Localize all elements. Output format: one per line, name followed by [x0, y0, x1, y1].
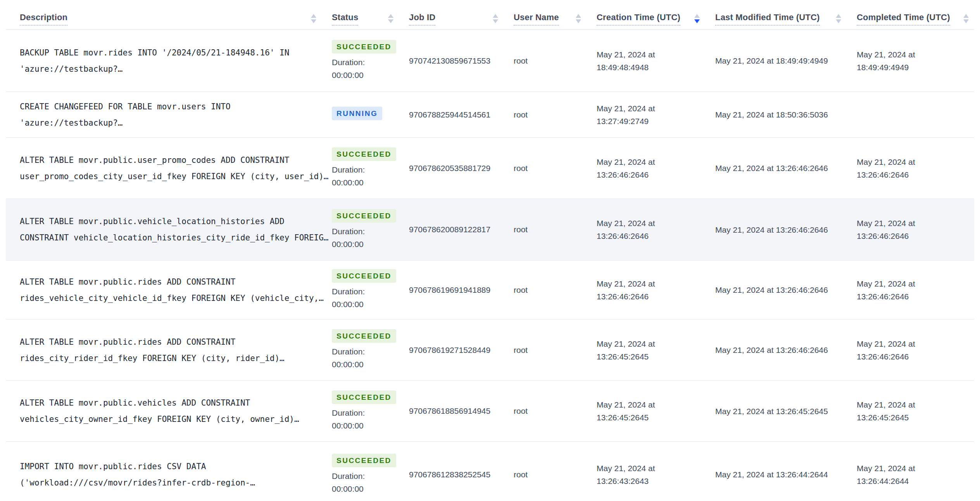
description-line: ('workload:///csv/movr/rides?infer-crdb-…	[20, 475, 255, 491]
cell-status: SUCCEEDEDDuration:00:00:00	[332, 138, 409, 199]
sort-icon	[694, 14, 700, 23]
table-row[interactable]: ALTER TABLE movr.public.user_promo_codes…	[6, 138, 974, 199]
sort-down-arrow-icon	[388, 19, 393, 23]
creation-time-line: 13:27:49:2749	[597, 115, 649, 128]
sort-icon	[836, 14, 841, 23]
cell-description[interactable]: ALTER TABLE movr.public.vehicles ADD CON…	[6, 381, 332, 441]
duration-value: 00:00:00	[332, 482, 364, 495]
creation-time-line: 13:26:46:2646	[597, 290, 649, 303]
cell-last-modified-time: May 21, 2024 at 13:26:46:2646	[715, 138, 857, 199]
completed-time-line: 13:26:44:2644	[857, 475, 909, 487]
cell-job-id: 970678825944514561	[409, 92, 514, 137]
completed-time-line: 13:26:46:2646	[857, 168, 909, 181]
table-row[interactable]: CREATE CHANGEFEED FOR TABLE movr.users I…	[6, 92, 974, 138]
completed-time-line: 13:26:46:2646	[857, 230, 909, 242]
description-line: vehicles_city_owner_id_fkey FOREIGN KEY …	[20, 411, 299, 427]
cell-completed-time: May 21, 2024 at13:26:44:2644	[857, 442, 974, 501]
cell-description[interactable]: IMPORT INTO movr.public.rides CSV DATA('…	[6, 442, 332, 501]
completed-time-line: 18:49:49:4949	[857, 61, 909, 74]
table-row[interactable]: ALTER TABLE movr.public.vehicle_location…	[6, 199, 974, 261]
cell-creation-time: May 21, 2024 at13:26:45:2645	[597, 381, 715, 441]
sort-icon	[576, 14, 581, 23]
table-row[interactable]: BACKUP TABLE movr.rides INTO '/2024/05/2…	[6, 30, 974, 92]
creation-time-line: 18:49:48:4948	[597, 61, 649, 74]
table-row[interactable]: ALTER TABLE movr.public.rides ADD CONSTR…	[6, 261, 974, 320]
description-line: ALTER TABLE movr.public.vehicle_location…	[20, 213, 285, 230]
duration-value: 00:00:00	[332, 419, 364, 432]
cell-last-modified-time: May 21, 2024 at 18:49:49:4949	[715, 30, 857, 92]
sort-up-arrow-icon	[836, 14, 841, 18]
cell-completed-time	[857, 92, 974, 137]
description-line: ALTER TABLE movr.public.user_promo_codes…	[20, 152, 289, 168]
sort-down-arrow-icon	[694, 19, 700, 23]
sort-down-arrow-icon	[311, 19, 316, 23]
cell-description[interactable]: ALTER TABLE movr.public.user_promo_codes…	[6, 138, 332, 199]
cell-description[interactable]: ALTER TABLE movr.public.vehicle_location…	[6, 199, 332, 260]
completed-time-line: May 21, 2024 at	[857, 277, 915, 290]
creation-time-line: 13:26:45:2645	[597, 350, 649, 363]
cell-creation-time: May 21, 2024 at13:26:45:2645	[597, 320, 715, 380]
last-modified-time: May 21, 2024 at 18:50:36:5036	[715, 108, 828, 121]
cell-last-modified-time: May 21, 2024 at 13:26:46:2646	[715, 199, 857, 260]
table-row[interactable]: ALTER TABLE movr.public.vehicles ADD CON…	[6, 381, 974, 442]
column-header-completed-time-utc[interactable]: Completed Time (UTC)	[857, 0, 974, 29]
column-header-last-modified-time-utc[interactable]: Last Modified Time (UTC)	[715, 0, 857, 29]
column-label: Completed Time (UTC)	[857, 13, 950, 26]
cell-description[interactable]: CREATE CHANGEFEED FOR TABLE movr.users I…	[6, 92, 332, 137]
sort-icon	[963, 14, 969, 23]
column-header-description[interactable]: Description	[6, 0, 332, 29]
status-badge: SUCCEEDED	[332, 40, 396, 54]
column-header-user-name[interactable]: User Name	[514, 0, 597, 29]
sort-up-arrow-icon	[963, 14, 969, 18]
duration-value: 00:00:00	[332, 298, 364, 311]
cell-user-name: root	[514, 261, 597, 319]
cell-description[interactable]: ALTER TABLE movr.public.rides ADD CONSTR…	[6, 261, 332, 319]
description-line: ALTER TABLE movr.public.vehicles ADD CON…	[20, 395, 250, 411]
completed-time-line: May 21, 2024 at	[857, 337, 915, 350]
duration-label: Duration:	[332, 163, 365, 176]
cell-user-name: root	[514, 442, 597, 501]
table-body: BACKUP TABLE movr.rides INTO '/2024/05/2…	[6, 30, 974, 501]
cell-status: SUCCEEDEDDuration:00:00:00	[332, 30, 409, 92]
duration-label: Duration:	[332, 56, 365, 69]
column-label: Last Modified Time (UTC)	[715, 13, 820, 26]
last-modified-time: May 21, 2024 at 13:26:46:2646	[715, 344, 828, 356]
duration-label: Duration:	[332, 285, 365, 298]
jobs-table: DescriptionStatusJob IDUser NameCreation…	[6, 0, 974, 501]
column-label: Creation Time (UTC)	[597, 13, 680, 26]
column-header-status[interactable]: Status	[332, 0, 409, 29]
completed-time-line: May 21, 2024 at	[857, 155, 915, 168]
cell-user-name: root	[514, 138, 597, 199]
cell-last-modified-time: May 21, 2024 at 13:26:44:2644	[715, 442, 857, 501]
cell-description[interactable]: ALTER TABLE movr.public.rides ADD CONSTR…	[6, 320, 332, 380]
status-badge: SUCCEEDED	[332, 147, 396, 161]
status-badge: SUCCEEDED	[332, 329, 396, 343]
column-label: Description	[20, 13, 67, 26]
column-header-job-id[interactable]: Job ID	[409, 0, 514, 29]
cell-completed-time: May 21, 2024 at13:26:46:2646	[857, 261, 974, 319]
status-badge: SUCCEEDED	[332, 454, 396, 467]
creation-time-line: May 21, 2024 at	[597, 398, 655, 411]
completed-time-line: May 21, 2024 at	[857, 398, 915, 411]
jobs-page: DescriptionStatusJob IDUser NameCreation…	[0, 0, 980, 501]
cell-user-name: root	[514, 30, 597, 92]
cell-job-id: 970678620535881729	[409, 138, 514, 199]
cell-creation-time: May 21, 2024 at13:26:46:2646	[597, 199, 715, 260]
creation-time-line: May 21, 2024 at	[597, 277, 655, 290]
duration-label: Duration:	[332, 225, 365, 238]
column-label: User Name	[514, 13, 559, 26]
description-line: CREATE CHANGEFEED FOR TABLE movr.users I…	[20, 98, 231, 115]
cell-description[interactable]: BACKUP TABLE movr.rides INTO '/2024/05/2…	[6, 30, 332, 92]
duration-label: Duration:	[332, 470, 365, 482]
cell-job-id: 970678619271528449	[409, 320, 514, 380]
description-line: 'azure://testbackup?…	[20, 115, 123, 131]
cell-completed-time: May 21, 2024 at13:26:46:2646	[857, 199, 974, 260]
status-badge: SUCCEEDED	[332, 390, 396, 404]
column-header-creation-time-utc[interactable]: Creation Time (UTC)	[597, 0, 715, 29]
duration-label: Duration:	[332, 406, 365, 419]
sort-down-arrow-icon	[836, 19, 841, 23]
creation-time-line: 13:26:45:2645	[597, 411, 649, 424]
creation-time-line: May 21, 2024 at	[597, 48, 655, 61]
table-row[interactable]: ALTER TABLE movr.public.rides ADD CONSTR…	[6, 320, 974, 381]
table-row[interactable]: IMPORT INTO movr.public.rides CSV DATA('…	[6, 442, 974, 501]
